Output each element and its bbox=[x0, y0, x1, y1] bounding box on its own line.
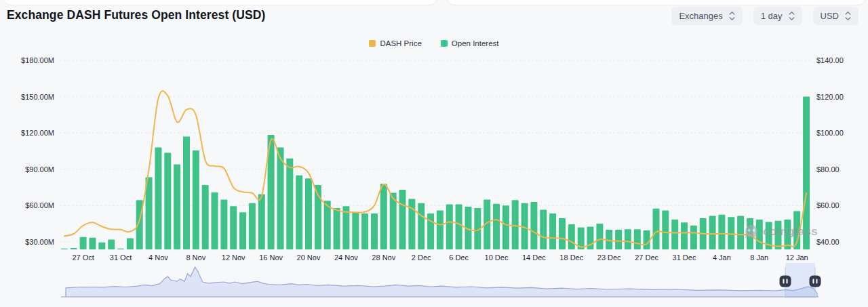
x-axis-tick-label: 20 Nov bbox=[297, 253, 321, 262]
open-interest-bar bbox=[164, 153, 171, 249]
left-axis-tick-label: $60.00M bbox=[25, 201, 54, 209]
open-interest-bar bbox=[117, 249, 124, 249]
open-interest-bar bbox=[662, 211, 669, 250]
x-axis-tick-label: 8 Nov bbox=[186, 253, 205, 262]
x-axis-tick-label: 16 Nov bbox=[259, 253, 283, 262]
x-axis-tick-label: 18 Dec bbox=[559, 253, 583, 262]
open-interest-bar bbox=[127, 239, 134, 249]
open-interest-bar bbox=[258, 194, 265, 249]
open-interest-bar bbox=[212, 192, 218, 249]
x-axis-tick-label: 12 Nov bbox=[222, 253, 245, 262]
open-interest-bar bbox=[193, 150, 199, 249]
open-interest-bar bbox=[568, 224, 575, 249]
open-interest-bar bbox=[371, 213, 378, 249]
x-axis-tick-label: 31 Oct bbox=[110, 253, 132, 262]
open-interest-bar bbox=[174, 165, 180, 249]
x-axis-tick-label: 27 Dec bbox=[635, 253, 658, 262]
navigator-handle-left[interactable] bbox=[780, 276, 791, 287]
open-interest-bar bbox=[286, 159, 293, 249]
open-interest-bar bbox=[61, 249, 68, 249]
open-interest-bar bbox=[681, 222, 688, 249]
left-axis-tick-label: $120.00M bbox=[21, 129, 54, 137]
x-axis-tick-label: 14 Dec bbox=[522, 253, 546, 262]
right-axis-tick-label: $120.00 bbox=[816, 93, 844, 101]
x-axis-tick-label: 6 Dec bbox=[449, 253, 469, 262]
open-interest-bar bbox=[249, 203, 256, 249]
right-axis-tick-label: $80.00 bbox=[816, 165, 840, 173]
open-interest-bar bbox=[202, 185, 209, 249]
right-axis-tick-label: $40.00 bbox=[816, 238, 840, 246]
open-interest-bar bbox=[361, 213, 368, 249]
x-axis-tick-label: 28 Nov bbox=[372, 253, 395, 262]
open-interest-bar bbox=[399, 190, 406, 249]
navigator-area[interactable] bbox=[66, 267, 817, 297]
open-interest-bar bbox=[239, 212, 246, 249]
open-interest-bar bbox=[530, 202, 537, 249]
open-interest-bar bbox=[653, 209, 660, 249]
open-interest-bar bbox=[756, 220, 763, 249]
open-interest-bar bbox=[728, 217, 734, 249]
chart-plot-area[interactable]: $180.00M$150.00M$120.00M$90.00M$60.00M$3… bbox=[0, 0, 868, 307]
open-interest-bar bbox=[559, 218, 566, 249]
x-axis-tick-label: 2 Dec bbox=[412, 253, 431, 262]
open-interest-bar bbox=[775, 221, 782, 249]
x-axis-tick-label: 27 Oct bbox=[72, 253, 94, 262]
open-interest-bar bbox=[155, 148, 161, 249]
open-interest-bar bbox=[596, 224, 603, 249]
x-axis-tick-label: 10 Dec bbox=[485, 253, 509, 262]
open-interest-bar bbox=[493, 204, 500, 249]
open-interest-bar bbox=[709, 216, 716, 250]
open-interest-bar bbox=[549, 213, 556, 249]
x-axis-tick-label: 24 Nov bbox=[334, 253, 358, 262]
left-axis-tick-label: $30.00M bbox=[25, 238, 54, 246]
open-interest-bar bbox=[230, 206, 237, 249]
right-axis-tick-label: $60.00 bbox=[816, 201, 840, 209]
x-axis-tick-label: 4 Jan bbox=[713, 253, 731, 262]
left-axis-tick-label: $150.00M bbox=[21, 93, 54, 101]
open-interest-bar bbox=[690, 226, 697, 249]
open-interest-bar bbox=[334, 208, 340, 249]
open-interest-bar bbox=[540, 210, 547, 249]
open-interest-bar bbox=[427, 213, 434, 249]
open-interest-bar bbox=[183, 137, 190, 250]
open-interest-bar bbox=[296, 176, 302, 249]
open-interest-bar bbox=[747, 218, 753, 249]
left-axis-tick-label: $90.00M bbox=[25, 165, 54, 173]
open-interest-bar bbox=[634, 229, 641, 249]
open-interest-bar bbox=[671, 220, 678, 249]
open-interest-bar bbox=[437, 211, 443, 250]
right-axis-tick-label: $100.00 bbox=[816, 129, 844, 137]
open-interest-bar bbox=[80, 237, 87, 249]
open-interest-bar bbox=[108, 239, 115, 249]
open-interest-bar bbox=[718, 215, 725, 249]
open-interest-bar bbox=[803, 97, 810, 249]
left-axis-tick-label: $180.00M bbox=[21, 56, 54, 64]
open-interest-bar bbox=[502, 205, 509, 249]
x-axis-tick-label: 8 Jan bbox=[750, 253, 768, 262]
right-axis-tick-label: $140.00 bbox=[816, 56, 844, 64]
open-interest-bar bbox=[220, 199, 227, 249]
x-axis-tick-label: 23 Dec bbox=[597, 253, 621, 262]
x-axis-tick-label: 12 Jan bbox=[786, 253, 808, 262]
open-interest-bar bbox=[615, 230, 622, 249]
open-interest-bar bbox=[380, 184, 387, 249]
x-axis-tick-label: 4 Nov bbox=[149, 253, 168, 262]
open-interest-bar bbox=[644, 230, 650, 249]
open-interest-bar bbox=[277, 148, 284, 249]
open-interest-bar bbox=[98, 243, 105, 249]
open-interest-bar bbox=[446, 205, 453, 249]
open-interest-bar bbox=[305, 178, 312, 249]
open-interest-bar bbox=[737, 216, 744, 250]
open-interest-bar bbox=[456, 205, 462, 249]
open-interest-bar bbox=[625, 229, 631, 249]
open-interest-bar bbox=[512, 200, 519, 249]
open-interest-bar bbox=[352, 213, 359, 249]
open-interest-bar bbox=[71, 248, 77, 249]
x-axis-tick-label: 31 Dec bbox=[673, 253, 696, 262]
open-interest-bar bbox=[408, 199, 415, 250]
open-interest-bar bbox=[324, 201, 331, 249]
open-interest-bar bbox=[90, 238, 96, 249]
open-interest-bar bbox=[418, 203, 425, 249]
navigator-handle-right[interactable] bbox=[810, 276, 821, 287]
